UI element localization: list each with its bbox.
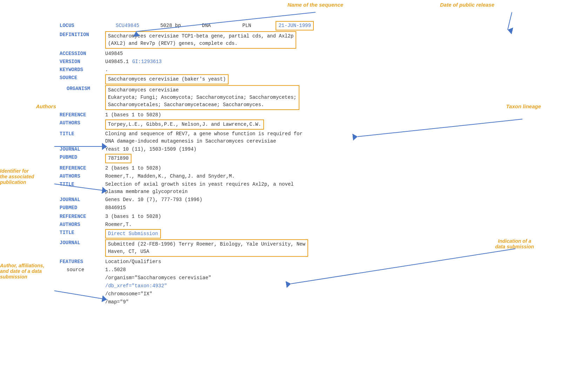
indication-submission-annotation: Indication of adata submission	[495, 238, 534, 249]
name-of-sequence-annotation: Name of the sequence	[287, 2, 343, 8]
authors1-label: AUTHORS	[60, 119, 105, 127]
journal3-label: JOURNAL	[60, 239, 105, 247]
organism-line: ORGANISM Saccharomyces cerevisiae Eukary…	[60, 85, 314, 110]
reference3-label: REFERENCE	[60, 213, 105, 220]
chromosome-value: /chromosome="IX"	[105, 290, 152, 298]
authors-annotation: Authors	[2, 103, 56, 109]
journal3-box: Submitted (22-FEB-1996) Terry Roemer, Bi…	[105, 239, 308, 257]
locus-type: DNA	[202, 22, 211, 29]
author-affiliations-annotation: Author, affiliations,and date of a datas…	[0, 263, 56, 280]
version-gi: GI:1293613	[132, 58, 162, 66]
title2-label: TITLE	[60, 181, 105, 188]
journal2-value: Genes Dev. 10 (7), 777-793 (1996)	[105, 196, 202, 204]
organism-lineage: Eukaryota; Fungi; Ascomycota; Saccharomy…	[108, 94, 297, 109]
reference3-value: 3 (bases 1 to 5028)	[105, 213, 161, 220]
version-label: VERSION	[60, 58, 105, 66]
journal1-value: Yeast 10 (11), 1503-1509 (1994)	[105, 146, 196, 153]
source-box: Saccharomyces cerevisiae (baker's yeast)	[105, 74, 229, 84]
svg-line-8	[291, 249, 515, 284]
title1-label: TITLE	[60, 130, 105, 138]
reference2-label: REFERENCE	[60, 165, 105, 172]
title1-line: TITLE Cloning and sequence of REV7, a ge…	[60, 130, 314, 145]
title1-value: Cloning and sequence of REV7, a gene who…	[105, 130, 303, 145]
authors2-line: AUTHORS Roemer,T., Madden,K., Chang,J. a…	[60, 173, 314, 180]
locus-label: LOCUS	[60, 22, 105, 29]
authors3-value: Roemer,T.	[105, 221, 132, 228]
journal2-label: JOURNAL	[60, 196, 105, 204]
features-db-xref: /db_xref="taxon:4932"	[105, 282, 314, 290]
title-direct-box: Direct Submission	[105, 229, 161, 239]
authors2-value: Roemer,T., Madden,K., Chang,J. and Snyde…	[105, 173, 235, 180]
reference1-value: 1 (bases 1 to 5028)	[105, 111, 161, 119]
identifier-pub-annotation: Identifier forthe associatedpublication	[0, 168, 54, 185]
title3-label: TITLE	[60, 229, 105, 236]
title3-line: TITLE Direct Submission	[60, 229, 314, 239]
accession-value: U49845	[105, 50, 123, 57]
features-source-label: source	[60, 266, 105, 274]
reference1-line: REFERENCE 1 (bases 1 to 5028)	[60, 111, 314, 119]
date-of-public-release-annotation: Date of public release	[440, 2, 494, 8]
features-chromosome: /chromosome="IX"	[105, 290, 314, 298]
pubmed2-line: PUBMED 8846915	[60, 204, 314, 212]
reference3-line: REFERENCE 3 (bases 1 to 5028)	[60, 213, 314, 220]
locus-division: PLN	[242, 22, 251, 29]
accession-line: ACCESSION U49845	[60, 50, 314, 57]
locus-line: LOCUS SCU49845 5028 bp DNA PLN 21-JUN-19…	[60, 21, 314, 30]
title2-line: TITLE Selection of axial growth sites in…	[60, 181, 314, 195]
pubmed2-value: 8846915	[105, 204, 126, 212]
reference2-line: REFERENCE 2 (bases 1 to 5028)	[60, 165, 314, 172]
pubmed1-box: 7871890	[105, 154, 131, 163]
features-label: FEATURES	[60, 258, 105, 266]
journal3-line: JOURNAL Submitted (22-FEB-1996) Terry Ro…	[60, 239, 314, 257]
title3-value: Direct Submission	[108, 231, 158, 236]
source-value: Saccharomyces cerevisiae (baker's yeast)	[108, 76, 226, 82]
pubmed1-value: 7871890	[108, 156, 129, 161]
locus-size: 5028 bp	[160, 22, 181, 29]
features-line: FEATURES Location/Qualifiers	[60, 258, 314, 266]
journal1-line: JOURNAL Yeast 10 (11), 1503-1509 (1994)	[60, 146, 314, 153]
db-xref-value: /db_xref="taxon:4932"	[105, 282, 167, 290]
source-line: SOURCE Saccharomyces cerevisiae (baker's…	[60, 74, 314, 84]
features-source-range: 1..5028	[105, 266, 126, 274]
accession-label: ACCESSION	[60, 50, 105, 57]
definition-line: DEFINITION Saccharomyces cerevisiae TCP1…	[60, 31, 314, 49]
authors2-label: AUTHORS	[60, 173, 105, 180]
keywords-value: .	[105, 66, 108, 74]
genbank-record: LOCUS SCU49845 5028 bp DNA PLN 21-JUN-19…	[60, 21, 314, 307]
svg-line-6	[358, 119, 522, 137]
authors1-line: AUTHORS Torpey,L.E., Gibbs,P.E., Nelson,…	[60, 119, 314, 130]
keywords-label: KEYWORDS	[60, 66, 105, 74]
pubmed1-label: PUBMED	[60, 154, 105, 161]
reference1-label: REFERENCE	[60, 111, 105, 119]
authors3-label: AUTHORS	[60, 221, 105, 228]
reference2-value: 2 (bases 1 to 5028)	[105, 165, 161, 172]
definition-box: Saccharomyces cerevisiae TCP1-beta gene,…	[105, 31, 296, 49]
features-organism-qual: /organism="Saccharomyces cerevisiae"	[105, 274, 314, 282]
definition-value: Saccharomyces cerevisiae TCP1-beta gene,…	[108, 33, 293, 46]
map-value: /map="9"	[105, 298, 129, 306]
organism-box: Saccharomyces cerevisiae Eukaryota; Fung…	[105, 85, 299, 110]
version-line: VERSION U49845.1 GI:1293613	[60, 58, 314, 66]
pubmed1-line: PUBMED 7871890	[60, 154, 314, 163]
pubmed2-label: PUBMED	[60, 204, 105, 212]
journal2-line: JOURNAL Genes Dev. 10 (7), 777-793 (1996…	[60, 196, 314, 204]
features-map: /map="9"	[105, 298, 314, 306]
locus-date: 21-JUN-1999	[276, 21, 313, 30]
features-location: Location/Qualifiers	[105, 258, 161, 266]
organism-qualifier: /organism="Saccharomyces cerevisiae"	[105, 274, 211, 282]
source-label: SOURCE	[60, 74, 105, 82]
organism-label: ORGANISM	[60, 85, 105, 92]
title2-value: Selection of axial growth sites in yeast…	[105, 181, 294, 195]
features-source-line: source 1..5028	[60, 266, 314, 274]
authors3-line: AUTHORS Roemer,T.	[60, 221, 314, 228]
journal1-label: JOURNAL	[60, 146, 105, 153]
locus-name: SCU49845	[116, 22, 139, 29]
version-value: U49845.1	[105, 58, 129, 66]
svg-line-4	[508, 12, 512, 30]
journal3-value: Submitted (22-FEB-1996) Terry Roemer, Bi…	[108, 241, 305, 254]
keywords-line: KEYWORDS .	[60, 66, 314, 74]
taxon-lineage-annotation: Taxon lineage	[506, 103, 541, 109]
authors1-box: Torpey,L.E., Gibbs,P.E., Nelson,J. and L…	[105, 119, 264, 130]
definition-label: DEFINITION	[60, 31, 105, 39]
authors1-value: Torpey,L.E., Gibbs,P.E., Nelson,J. and L…	[108, 122, 261, 127]
